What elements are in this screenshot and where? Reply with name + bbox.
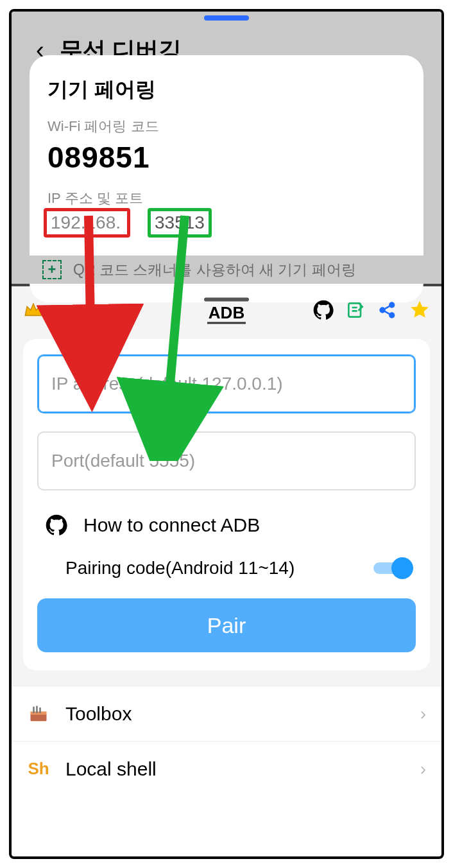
gesture-pill — [204, 15, 249, 21]
connect-card: How to connect ADB Pairing code(Android … — [23, 339, 430, 670]
crown-icon[interactable] — [21, 297, 46, 323]
howto-row[interactable]: How to connect ADB — [44, 512, 416, 538]
list-item-label: Local shell — [65, 758, 420, 780]
list-item-local-shell[interactable]: Sh Local shell › — [12, 741, 441, 796]
shell-icon: Sh — [24, 759, 53, 779]
svg-rect-8 — [39, 707, 41, 713]
toolbox-icon — [24, 704, 53, 724]
github-icon[interactable] — [311, 297, 336, 323]
dialog-title: 기기 페어링 — [47, 76, 406, 104]
port-input[interactable] — [37, 431, 416, 490]
qr-hint-text: QR 코드 스캐너를 사용하여 새 기기 페어링 — [73, 260, 356, 280]
pairing-code-value: 089851 — [47, 140, 406, 175]
github-icon — [44, 512, 69, 538]
svg-rect-6 — [33, 706, 35, 713]
list-item-label: Toolbox — [65, 703, 420, 725]
list-item-toolbox[interactable]: Toolbox › — [12, 686, 441, 741]
svg-rect-4 — [31, 714, 47, 721]
share-icon[interactable] — [375, 297, 400, 323]
ip-value-annotated: 192.168. — [44, 208, 130, 238]
notes-icon[interactable] — [343, 297, 368, 323]
port-value-annotated: 33513 — [148, 208, 212, 238]
howto-label: How to connect ADB — [83, 514, 260, 536]
pairing-code-label: Wi-Fi 페어링 코드 — [47, 117, 406, 136]
chevron-right-icon: › — [420, 759, 426, 779]
svg-rect-7 — [36, 706, 38, 713]
toolbar-title: ADB — [204, 298, 249, 323]
pairing-toggle-label: Pairing code(Android 11~14) — [65, 558, 295, 578]
qr-add-icon[interactable]: + — [42, 260, 62, 279]
pairing-toggle[interactable] — [373, 557, 413, 579]
settings-backdrop: ‹ 무선 디버깅 기기 페어링 Wi-Fi 페어링 코드 089851 IP 주… — [12, 12, 441, 284]
pair-button[interactable]: Pair — [37, 598, 416, 652]
ip-port-label: IP 주소 및 포트 — [47, 189, 406, 208]
drag-handle-icon[interactable] — [204, 298, 249, 302]
chevron-right-icon: › — [420, 704, 426, 724]
star-icon[interactable] — [407, 297, 432, 323]
app-toolbar: ADB — [12, 286, 441, 334]
ip-input[interactable] — [37, 354, 416, 413]
